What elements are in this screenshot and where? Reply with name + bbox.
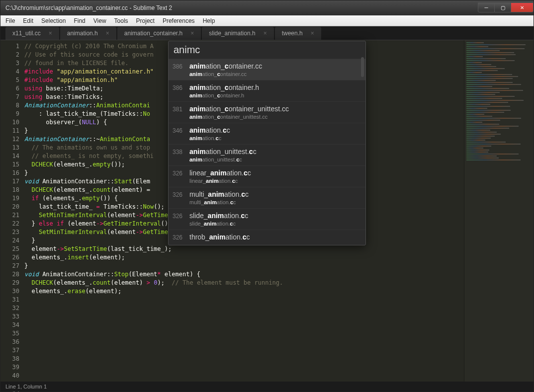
window-buttons: ─ ▢ ✕ [478,3,534,12]
menu-help[interactable]: Help [199,16,219,25]
minimize-button[interactable]: ─ [478,2,495,12]
tab[interactable]: tween.h× [275,27,321,40]
tabbar: x11_util.cc×animation.h×animation_contai… [0,26,534,40]
goto-score: 338 [173,149,189,156]
menu-preferences[interactable]: Preferences [159,16,199,25]
goto-result-item[interactable]: 326multi_animation.ccmulti_animation.cc [169,187,365,208]
panel-scrollbar[interactable] [361,57,364,77]
menu-file[interactable]: File [1,16,19,25]
cursor-position: Line 1, Column 1 [5,384,47,390]
goto-result-item[interactable]: 326linear_animation.cclinear_animation.c… [169,165,365,187]
goto-result-item[interactable]: 338animation_unittest.ccanimation_unitte… [169,144,365,165]
goto-subtitle: animation_unittest.cc [173,157,359,162]
goto-title: multi_animation.cc [189,190,249,198]
menu-find[interactable]: Find [70,16,89,25]
goto-title: slide_animation.cc [189,212,248,220]
goto-result-item[interactable]: 386animation_container.hanimation_contai… [169,80,365,101]
goto-input[interactable] [174,44,360,56]
goto-score: 386 [173,63,189,70]
goto-result-item[interactable]: 326slide_animation.ccslide_animation.cc [169,208,365,230]
menubar: FileEditSelectionFindViewToolsProjectPre… [0,15,534,26]
tab-label: animation_container.h [124,30,182,37]
goto-title: animation_container_unittest.cc [189,105,289,113]
goto-score: 326 [173,191,189,198]
minimap[interactable] [464,40,534,383]
window-title: C:\J\chromium\src\app\animation_containe… [5,4,172,11]
goto-result-item[interactable]: 326throb_animation.cc [169,230,365,245]
tab-close-icon[interactable]: × [106,30,109,37]
goto-subtitle: animation_container.cc [173,71,359,77]
statusbar: Line 1, Column 1 [0,382,534,392]
tab-close-icon[interactable]: × [264,30,267,37]
tab-label: x11_util.cc [12,30,41,37]
goto-score: 386 [173,84,189,91]
tab-close-icon[interactable]: × [311,30,314,37]
goto-anything-panel: 386animation_container.ccanimation_conta… [168,41,366,245]
goto-title: linear_animation.cc [189,169,251,177]
tab-label: tween.h [282,30,303,37]
menu-selection[interactable]: Selection [37,16,70,25]
goto-title: animation.cc [189,126,230,134]
goto-subtitle: animation_container_unittest.cc [173,114,359,120]
goto-result-item[interactable]: 386animation_container.ccanimation_conta… [169,59,365,80]
tab[interactable]: x11_util.cc× [5,27,59,40]
goto-subtitle: linear_animation.cc [173,178,359,184]
goto-title: throb_animation.cc [189,233,250,241]
tab-label: slide_animation.h [209,30,255,37]
menu-view[interactable]: View [89,16,110,25]
menu-edit[interactable]: Edit [19,16,37,25]
tab-close-icon[interactable]: × [49,30,52,37]
tab[interactable]: animation.h× [60,27,116,40]
goto-score: 381 [173,106,189,113]
goto-result-item[interactable]: 381animation_container_unittest.ccanimat… [169,101,365,123]
goto-subtitle: multi_animation.cc [173,199,359,205]
goto-title: animation_unittest.cc [189,148,257,156]
goto-results-list: 386animation_container.ccanimation_conta… [169,59,365,245]
menu-tools[interactable]: Tools [110,16,132,25]
tab[interactable]: slide_animation.h× [202,27,273,40]
goto-score: 326 [173,170,189,177]
goto-title: animation_container.h [189,83,259,91]
goto-subtitle: animation_container.h [173,92,359,98]
menu-project[interactable]: Project [132,16,159,25]
close-button[interactable]: ✕ [511,2,534,12]
tab[interactable]: animation_container.h× [117,27,201,40]
goto-subtitle: slide_animation.cc [173,221,359,227]
tab-close-icon[interactable]: × [190,30,194,37]
goto-score: 346 [173,127,189,134]
tab-label: animation.h [67,30,98,37]
titlebar[interactable]: C:\J\chromium\src\app\animation_containe… [0,0,534,15]
goto-title: animation_container.cc [189,62,262,70]
line-number-gutter: 1234567891011121314151617181920212223242… [0,40,24,383]
goto-subtitle: animation.cc [173,135,359,141]
goto-result-item[interactable]: 346animation.ccanimation.cc [169,123,365,144]
goto-score: 326 [173,234,189,241]
goto-score: 326 [173,213,189,220]
goto-input-wrap [169,41,365,59]
maximize-button[interactable]: ▢ [494,2,511,12]
